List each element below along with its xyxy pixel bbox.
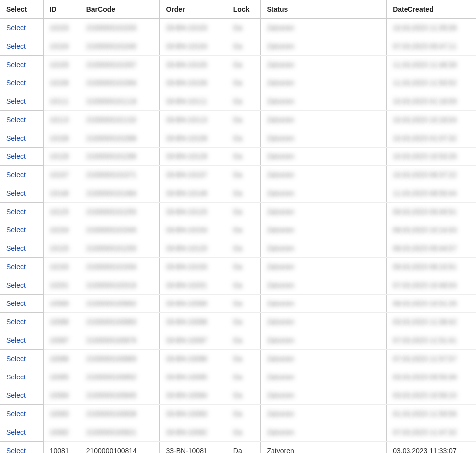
cell-select: Select [0, 331, 44, 350]
header-select[interactable]: Select [0, 0, 44, 19]
cell-datecreated: 03.03.2023 11:33:07 [387, 442, 476, 453]
header-lock[interactable]: Lock [227, 0, 261, 19]
cell-id: 10589 [43, 295, 80, 313]
header-barcode[interactable]: BarCode [80, 0, 160, 19]
select-link[interactable]: Select [6, 152, 26, 160]
cell-select: Select [0, 295, 44, 313]
cell-select: Select [0, 19, 44, 37]
cell-select: Select [0, 203, 44, 221]
select-link[interactable]: Select [6, 116, 26, 124]
cell-order: 33-BN-10148 [160, 184, 227, 203]
select-link[interactable]: Select [6, 97, 26, 105]
select-link[interactable]: Select [6, 281, 26, 289]
cell-lock: Da [227, 19, 261, 37]
cell-status: Zatvoren [261, 203, 387, 221]
table-row: Select10081210000010081433-BN-10081DaZat… [0, 442, 476, 453]
cell-lock: Da [227, 405, 261, 423]
cell-datecreated: 10.03.2023 01:07:32 [387, 129, 476, 148]
cell-lock: Da [227, 423, 261, 442]
select-link[interactable]: Select [6, 336, 26, 344]
cell-select: Select [0, 313, 44, 331]
select-link[interactable]: Select [6, 208, 26, 216]
select-link[interactable]: Select [6, 244, 26, 252]
cell-id: 10082 [43, 423, 80, 442]
cell-lock: Da [227, 111, 261, 129]
select-link[interactable]: Select [6, 391, 26, 399]
cell-status: Zatvoren [261, 331, 387, 350]
select-link[interactable]: Select [6, 226, 26, 234]
select-link[interactable]: Select [6, 79, 26, 87]
cell-select: Select [0, 92, 44, 111]
cell-status: Zatvoren [261, 184, 387, 203]
header-id[interactable]: ID [43, 0, 80, 19]
table-row: Select10086210000010086933-BN-10086DaZat… [0, 350, 476, 368]
cell-select: Select [0, 350, 44, 368]
table-header: Select ID BarCode Order Lock Status Date… [0, 0, 476, 19]
select-link[interactable]: Select [6, 300, 26, 307]
header-datecreated[interactable]: DateCreated [387, 0, 476, 19]
cell-select: Select [0, 386, 44, 405]
cell-id: 10106 [43, 74, 80, 92]
cell-status: Zatvoren [261, 148, 387, 166]
table-row: Select10193210000010193433-BN-10193DaZat… [0, 258, 476, 276]
cell-barcode: 2100000102016 [80, 276, 160, 295]
select-link[interactable]: Select [6, 410, 26, 418]
cell-status: Zatvoren [261, 74, 387, 92]
cell-order: 33-BN-10084 [160, 386, 227, 405]
header-status[interactable]: Status [261, 0, 387, 19]
cell-lock: Da [227, 313, 261, 331]
header-order[interactable]: Order [160, 0, 227, 19]
cell-order: 33-BN-10120 [160, 239, 227, 258]
cell-lock: Da [227, 37, 261, 56]
cell-id: 10086 [43, 350, 80, 368]
cell-datecreated: 10.03.2023 10:18:04 [387, 111, 476, 129]
cell-id: 10148 [43, 184, 80, 203]
select-link[interactable]: Select [6, 355, 26, 363]
cell-status: Zatvoren [261, 295, 387, 313]
cell-id: 10193 [43, 258, 80, 276]
cell-select: Select [0, 368, 44, 386]
cell-lock: Da [227, 92, 261, 111]
table-row: Select10103210000010103333-BN-10103DaZat… [0, 19, 476, 37]
cell-datecreated: 10.03.2023 10:53:26 [387, 148, 476, 166]
select-link[interactable]: Select [6, 189, 26, 197]
cell-status: Zatvoren [261, 56, 387, 74]
cell-order: 33-BN-10111 [160, 92, 227, 111]
select-link[interactable]: Select [6, 263, 26, 271]
cell-datecreated: 03.03.2023 11:38:42 [387, 313, 476, 331]
cell-select: Select [0, 37, 44, 56]
select-link[interactable]: Select [6, 373, 26, 381]
select-link[interactable]: Select [6, 318, 26, 326]
table-row: Select10107210000010107133-BN-10107DaZat… [0, 166, 476, 184]
cell-datecreated: 11.03.2023 11:48:39 [387, 56, 476, 74]
cell-barcode: 2100000101934 [80, 258, 160, 276]
cell-order: 33-BN-10087 [160, 331, 227, 350]
cell-select: Select [0, 239, 44, 258]
select-link[interactable]: Select [6, 134, 26, 142]
cell-status: Zatvoren [261, 368, 387, 386]
cell-order: 33-BN-10107 [160, 166, 227, 184]
select-link[interactable]: Select [6, 24, 26, 32]
cell-select: Select [0, 221, 44, 239]
table-row: Select10113210000010113233-BN-10113DaZat… [0, 111, 476, 129]
cell-lock: Da [227, 368, 261, 386]
cell-select: Select [0, 276, 44, 295]
cell-datecreated: 07.03.2023 11:47:32 [387, 423, 476, 442]
select-link[interactable]: Select [6, 428, 26, 436]
table-row: Select10125210000010125533-BN-10125DaZat… [0, 203, 476, 221]
select-link[interactable]: Select [6, 447, 26, 453]
cell-order: 33-BN-10085 [160, 368, 227, 386]
table-row: Select10106210000010106433-BN-10106DaZat… [0, 74, 476, 92]
cell-order: 33-BN-10104 [160, 37, 227, 56]
cell-barcode: 2100000101484 [80, 184, 160, 203]
cell-status: Zatvoren [261, 166, 387, 184]
select-link[interactable]: Select [6, 42, 26, 50]
select-link[interactable]: Select [6, 61, 26, 69]
table-row: Select10088210000010088333-BN-10088DaZat… [0, 313, 476, 331]
cell-barcode: 2100000100883 [80, 313, 160, 331]
cell-order: 33-BN-10154 [160, 221, 227, 239]
cell-datecreated: 08.03.2023 10:14:43 [387, 221, 476, 239]
select-link[interactable]: Select [6, 171, 26, 179]
cell-datecreated: 08.03.2023 09:44:07 [387, 239, 476, 258]
cell-status: Zatvoren [261, 111, 387, 129]
